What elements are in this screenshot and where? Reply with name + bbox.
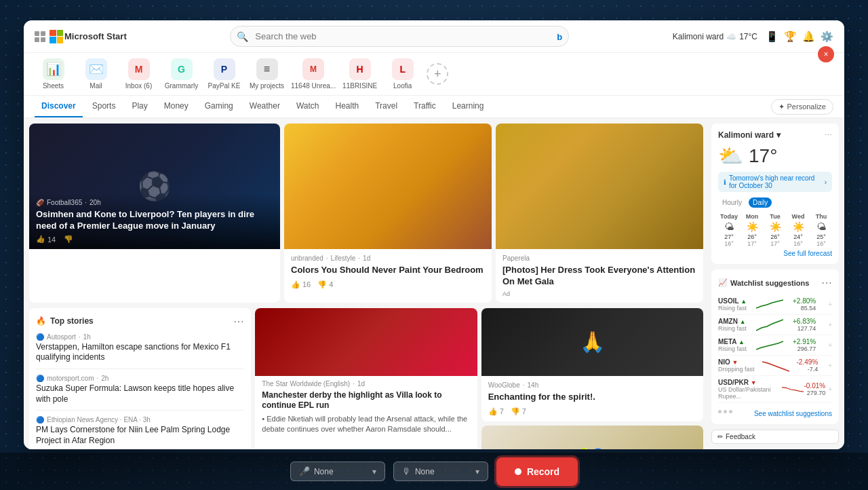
tab-sports[interactable]: Sports	[85, 96, 123, 117]
add-amzn-icon[interactable]: +	[828, 321, 832, 328]
record-button[interactable]: Record	[496, 457, 578, 486]
list-item[interactable]: 🔵Autosport·1h Verstappen, Hamilton escap…	[36, 333, 244, 369]
tab-learning[interactable]: Learning	[446, 96, 491, 117]
weather-location[interactable]: Kalimoni ward ▾	[718, 130, 781, 140]
stock-usdpkr[interactable]: USD/PKR ▼ US Dollar/Pakistani Rupee... -…	[718, 376, 832, 403]
story-2-title: Suzuka Super Formula: Lawson keeps title…	[36, 383, 244, 404]
stock-usdpkr-chart	[782, 383, 804, 396]
stories-list: 🔵Autosport·1h Verstappen, Hamilton escap…	[36, 333, 244, 449]
add-usdpkr-icon[interactable]: +	[828, 385, 832, 393]
shortcut-unread[interactable]: M 11648 Unrea...	[291, 58, 336, 90]
ad-label: Ad	[502, 290, 696, 297]
tab-health[interactable]: Health	[329, 96, 366, 117]
hero-dislike[interactable]: 👎	[64, 235, 73, 244]
bedroom-card[interactable]: unbranded · Lifestyle · 1d Colors You Sh…	[284, 124, 492, 303]
bottom-toolbar: 🎤 None ▾ 🎙 None ▾ Record	[0, 453, 868, 490]
stock-amzn-change: +6.83% 127.74	[793, 318, 816, 332]
tab-hourly[interactable]: Hourly	[718, 197, 746, 208]
enchanting-card[interactable]: 🙏 WooGlobe·14h Enchanting for the spirit…	[481, 308, 703, 421]
dress-image	[496, 124, 703, 249]
trophy-icon[interactable]: 🏆	[784, 31, 797, 43]
bedroom-like[interactable]: 👍 16	[291, 280, 311, 289]
header-icons: 📱 🏆 🔔 ⚙️	[766, 31, 833, 43]
list-item[interactable]: 🔵Ethiopian News Agency · ENA · 3h PM Lay…	[36, 416, 244, 449]
stock-meta-info: META ▲ Rising fast	[718, 338, 747, 352]
tab-daily[interactable]: Daily	[749, 197, 772, 208]
shortcut-projects[interactable]: ≡ My projects	[248, 58, 285, 90]
shortcut-paypal[interactable]: P PayPal KE	[205, 58, 243, 90]
shortcut-brisine-label: 11BRISINE	[342, 82, 377, 90]
video-source-value: None	[415, 467, 471, 476]
audio-source-select[interactable]: 🎤 None ▾	[290, 461, 385, 481]
tab-travel[interactable]: Travel	[368, 96, 404, 117]
tab-discover[interactable]: Discover	[35, 96, 83, 117]
list-item[interactable]: 🔵motorsport.com·2h Suzuka Super Formula:…	[36, 375, 244, 411]
forecast-today: Today 🌤 27° 16°	[718, 213, 740, 247]
video-source-select[interactable]: 🎙 None ▾	[393, 461, 488, 481]
shortcut-brisine[interactable]: H 11BRISINE	[341, 58, 378, 90]
shortcut-loofia[interactable]: L Loofia	[384, 58, 421, 90]
stock-nio[interactable]: NIO ▼ Dropping fast -2.49% -7.4 +	[718, 356, 832, 376]
tab-weather[interactable]: Weather	[243, 96, 287, 117]
shortcuts-bar: 📊 Sheets ✉️ Mail M Inbox (6) G Grammarly…	[24, 53, 844, 96]
weather-temp-area: 17°	[749, 145, 777, 167]
add-shortcut-button[interactable]: +	[427, 63, 448, 85]
personalize-button[interactable]: ✦ Personalize	[771, 99, 833, 115]
enchanting-like[interactable]: 👍 7	[488, 407, 504, 416]
loofia-icon: L	[392, 58, 414, 80]
met-gala-card[interactable]: Paperela [Photos] Her Dress Took Everyon…	[496, 124, 703, 303]
stock-amzn[interactable]: AMZN ▲ Rising fast +6.83% 127.74 +	[718, 315, 832, 335]
federer-image: 🎾	[481, 426, 703, 449]
forecast-thu: Thu 🌤 25° 16°	[810, 213, 832, 247]
bedroom-image	[284, 124, 492, 249]
watchlist-widget: 📈 Watchlist suggestions ⋯ USOIL ▲ Rising…	[711, 269, 839, 424]
bedroom-dislike[interactable]: 👎 4	[317, 280, 333, 289]
weather-more-icon[interactable]: ⋯	[825, 131, 832, 140]
feedback-button[interactable]: ✏ Feedback	[711, 430, 839, 444]
bottom-news-grid: 🔥 Top stories ⋯ 🔵Autosport·1h Verstappen…	[29, 308, 703, 449]
tab-traffic[interactable]: Traffic	[407, 96, 443, 117]
manchester-card[interactable]: The Star Worldwide (English) · 1d Manche…	[255, 308, 477, 449]
tab-gaming[interactable]: Gaming	[198, 96, 240, 117]
dot-3	[153, 295, 157, 299]
nav-tabs: Discover Sports Play Money Gaming Weathe…	[24, 96, 844, 118]
bell-icon[interactable]: 🔔	[802, 31, 815, 43]
shortcut-inbox[interactable]: M Inbox (6)	[120, 58, 157, 90]
chevron-right-icon: ›	[825, 178, 827, 186]
stock-usoil[interactable]: USOIL ▲ Rising fast +2.80% 85.54 +	[718, 295, 832, 315]
story-2-source: 🔵motorsport.com·2h	[36, 375, 244, 382]
shortcut-grammarly[interactable]: G Grammarly	[163, 58, 200, 90]
settings-icon[interactable]: ⚙️	[821, 31, 833, 43]
tab-watch[interactable]: Watch	[290, 96, 326, 117]
see-full-forecast-link[interactable]: See full forecast	[718, 250, 832, 257]
hero-like[interactable]: 👍 14	[36, 235, 56, 244]
hero-news-card[interactable]: 🏈 Football365 · 20h Osimhen and Kone to …	[29, 124, 280, 303]
info-icon: ℹ	[724, 178, 726, 186]
stock-usoil-chart	[756, 298, 783, 312]
stock-nio-chart	[762, 359, 789, 373]
shortcut-sheets-label: Sheets	[43, 82, 64, 90]
grid-icon[interactable]	[35, 31, 45, 42]
stock-meta[interactable]: META ▲ Rising fast +2.91% 296.77 +	[718, 335, 832, 356]
close-button[interactable]: ×	[818, 46, 834, 62]
enchanting-dislike[interactable]: 👎 7	[511, 407, 526, 416]
federer-card[interactable]: 🎾 Sport247·South Afrika·23h Roger Federe…	[481, 426, 703, 449]
met-gala-source: Paperela	[502, 255, 696, 262]
weather-tabs: Hourly Daily	[718, 197, 832, 208]
add-nio-icon[interactable]: +	[828, 362, 832, 369]
add-stock-icon[interactable]: +	[828, 301, 832, 308]
tab-play[interactable]: Play	[125, 96, 154, 117]
add-meta-icon[interactable]: +	[828, 341, 832, 349]
bedroom-title: Colors You Should Never Paint Your Bedro…	[291, 265, 485, 276]
tab-money[interactable]: Money	[157, 96, 195, 117]
shortcut-projects-label: My projects	[250, 82, 284, 90]
search-input[interactable]	[230, 26, 569, 47]
top-news-grid: 🏈 Football365 · 20h Osimhen and Kone to …	[29, 124, 703, 303]
hero-title: Osimhen and Kone to Liverpool? Ten playe…	[36, 209, 273, 232]
see-watchlist-link[interactable]: See watchlist suggestions	[754, 410, 832, 417]
watchlist-more-icon[interactable]: ⋯	[821, 276, 832, 289]
phone-icon[interactable]: 📱	[766, 31, 778, 43]
shortcut-mail[interactable]: ✉️ Mail	[77, 58, 115, 90]
shortcut-sheets[interactable]: 📊 Sheets	[35, 58, 72, 90]
stories-more-icon[interactable]: ⋯	[233, 315, 244, 328]
